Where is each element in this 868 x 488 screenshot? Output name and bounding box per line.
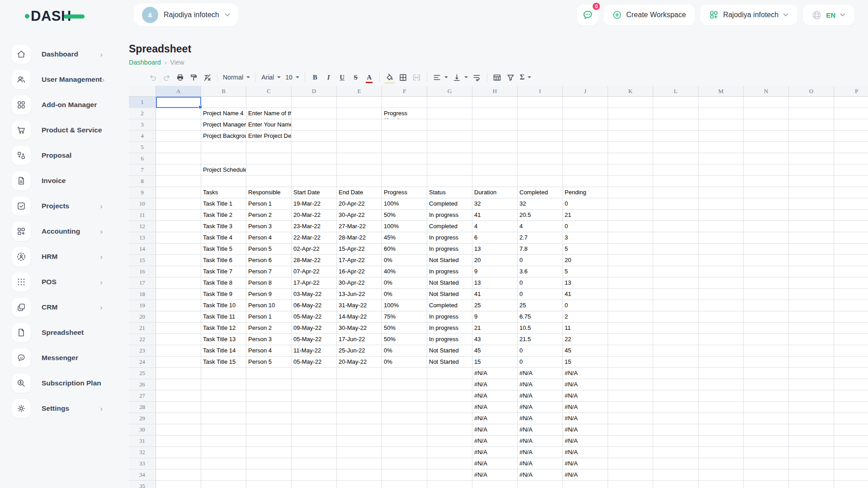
cell-J2[interactable] <box>563 108 608 119</box>
cell-P10[interactable] <box>834 198 868 210</box>
cell-O2[interactable] <box>789 108 834 119</box>
cell-G31[interactable] <box>427 436 472 447</box>
cell-M12[interactable] <box>698 221 744 232</box>
cell-F34[interactable] <box>382 469 427 481</box>
cell-M9[interactable] <box>698 187 744 198</box>
cell-E9[interactable]: End Date <box>337 187 382 198</box>
row-header-35[interactable]: 35 <box>129 481 156 488</box>
cell-H14[interactable]: 13 <box>472 244 518 255</box>
cell-A7[interactable] <box>156 164 201 176</box>
cell-F14[interactable]: 60% <box>382 244 427 255</box>
workspace-dropdown[interactable]: Rajodiya infotech <box>700 5 797 25</box>
cell-I34[interactable]: #N/A <box>518 469 563 481</box>
cell-J4[interactable] <box>563 131 608 142</box>
cell-J10[interactable]: 0 <box>563 198 608 210</box>
cell-C8[interactable] <box>246 176 292 187</box>
cell-H13[interactable]: 6 <box>472 232 518 244</box>
row-header-6[interactable]: 6 <box>129 153 156 164</box>
cell-C1[interactable] <box>246 97 292 108</box>
cell-D5[interactable] <box>292 142 337 153</box>
cell-G11[interactable]: In progress <box>427 210 472 221</box>
column-header-K[interactable]: K <box>608 86 653 97</box>
cell-I4[interactable] <box>518 131 563 142</box>
cell-N28[interactable] <box>744 402 789 413</box>
cell-B8[interactable] <box>201 176 246 187</box>
cell-M15[interactable] <box>698 255 744 266</box>
cell-N1[interactable] <box>744 97 789 108</box>
cell-H24[interactable]: 15 <box>472 357 518 368</box>
cell-F32[interactable] <box>382 447 427 458</box>
column-header-O[interactable]: O <box>789 86 834 97</box>
cell-O8[interactable] <box>789 176 834 187</box>
cell-H7[interactable] <box>472 164 518 176</box>
toolbar-undo-button[interactable] <box>146 71 160 84</box>
cell-O1[interactable] <box>789 97 834 108</box>
cell-J3[interactable] <box>563 119 608 131</box>
cell-M35[interactable] <box>698 481 744 488</box>
sidebar-item-messenger[interactable]: Messenger <box>0 348 129 368</box>
cell-B18[interactable]: Task Title 9 <box>201 289 246 300</box>
cell-K28[interactable] <box>608 402 653 413</box>
cell-J18[interactable]: 41 <box>563 289 608 300</box>
cell-B31[interactable] <box>201 436 246 447</box>
cell-E34[interactable] <box>337 469 382 481</box>
workspace-switcher[interactable]: Rajodiya infotech <box>134 4 238 26</box>
cell-J24[interactable]: 15 <box>563 357 608 368</box>
toolbar-font-size-dropdown[interactable]: 10 <box>283 71 302 84</box>
cell-G7[interactable] <box>427 164 472 176</box>
cell-P24[interactable] <box>834 357 868 368</box>
row-header-7[interactable]: 7 <box>129 164 156 176</box>
cell-I2[interactable] <box>518 108 563 119</box>
cell-E12[interactable]: 27-Mar-22 <box>337 221 382 232</box>
cell-M4[interactable] <box>698 131 744 142</box>
cell-D29[interactable] <box>292 413 337 424</box>
cell-P13[interactable] <box>834 232 868 244</box>
cell-N23[interactable] <box>744 345 789 357</box>
cell-K7[interactable] <box>608 164 653 176</box>
cell-F2[interactable]: OverallProgress(Auto) <box>382 108 427 119</box>
toolbar-clear-format-button[interactable] <box>200 71 214 84</box>
cell-J33[interactable]: #N/A <box>563 458 608 469</box>
cell-B12[interactable]: Task Title 3 <box>201 221 246 232</box>
cell-F13[interactable]: 45% <box>382 232 427 244</box>
cell-F1[interactable] <box>382 97 427 108</box>
cell-G32[interactable] <box>427 447 472 458</box>
cell-O9[interactable] <box>789 187 834 198</box>
cell-P29[interactable] <box>834 413 868 424</box>
cell-I29[interactable]: #N/A <box>518 413 563 424</box>
cell-B2[interactable]: Project Name 4 <box>201 108 246 119</box>
cell-N21[interactable] <box>744 323 789 334</box>
cell-J25[interactable]: #N/A <box>563 368 608 379</box>
cell-E4[interactable] <box>337 131 382 142</box>
cell-O14[interactable] <box>789 244 834 255</box>
cell-K14[interactable] <box>608 244 653 255</box>
cell-G24[interactable]: Not Started <box>427 357 472 368</box>
cell-J32[interactable]: #N/A <box>563 447 608 458</box>
cell-D11[interactable]: 20-Mar-22 <box>292 210 337 221</box>
cell-F26[interactable] <box>382 379 427 390</box>
cell-N24[interactable] <box>744 357 789 368</box>
column-header-L[interactable]: L <box>653 86 698 97</box>
cell-D23[interactable]: 11-May-22 <box>292 345 337 357</box>
cell-L16[interactable] <box>653 266 698 277</box>
cell-C7[interactable] <box>246 164 292 176</box>
cell-J28[interactable]: #N/A <box>563 402 608 413</box>
cell-M20[interactable] <box>698 311 744 323</box>
cell-C2[interactable]: Enter Name of the Project <box>246 108 292 119</box>
cell-B35[interactable] <box>201 481 246 488</box>
cell-J21[interactable]: 11 <box>563 323 608 334</box>
cell-C30[interactable] <box>246 424 292 436</box>
toolbar-text-color-button[interactable]: A <box>363 71 376 84</box>
cell-F5[interactable] <box>382 142 427 153</box>
cell-B34[interactable] <box>201 469 246 481</box>
cell-O6[interactable] <box>789 153 834 164</box>
cell-B32[interactable] <box>201 447 246 458</box>
cell-B15[interactable]: Task Title 6 <box>201 255 246 266</box>
cell-L4[interactable] <box>653 131 698 142</box>
cell-N31[interactable] <box>744 436 789 447</box>
cell-A11[interactable] <box>156 210 201 221</box>
cell-N14[interactable] <box>744 244 789 255</box>
cell-P15[interactable] <box>834 255 868 266</box>
cell-L8[interactable] <box>653 176 698 187</box>
cell-F9[interactable]: Progress <box>382 187 427 198</box>
